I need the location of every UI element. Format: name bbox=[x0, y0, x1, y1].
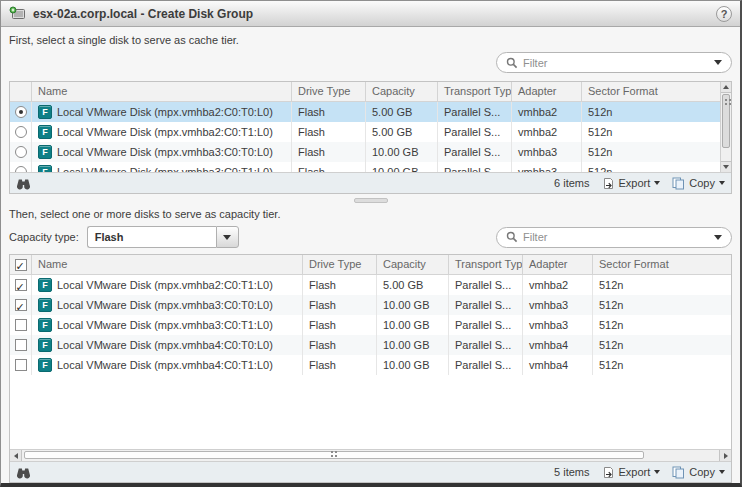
flash-disk-icon: F bbox=[38, 165, 52, 172]
cell-drive-type: Flash bbox=[292, 142, 366, 162]
disk-name: Local VMware Disk (mpx.vmhba4:C0:T1:L0) bbox=[57, 355, 273, 375]
export-button[interactable]: Export bbox=[602, 177, 661, 190]
cell-adapter: vmhba2 bbox=[512, 102, 582, 122]
row-checkbox[interactable] bbox=[15, 339, 27, 351]
table-row[interactable]: FLocal VMware Disk (mpx.vmhba2:C0:T1:L0)… bbox=[10, 275, 731, 295]
scroll-right-button[interactable] bbox=[719, 450, 731, 461]
cell-capacity: 10.00 GB bbox=[377, 355, 449, 375]
export-icon bbox=[602, 466, 615, 479]
scroll-left-button[interactable] bbox=[10, 450, 22, 461]
copy-caret-icon bbox=[719, 181, 725, 185]
table-row[interactable]: FLocal VMware Disk (mpx.vmhba3:C0:T1:L0)… bbox=[10, 162, 720, 172]
cell-drive-type: Flash bbox=[303, 275, 377, 295]
help-button[interactable]: ? bbox=[716, 6, 732, 22]
scroll-down-button[interactable] bbox=[721, 161, 731, 172]
column-header-drive-type[interactable]: Drive Type bbox=[292, 82, 366, 101]
copy-button[interactable]: Copy bbox=[672, 177, 725, 190]
cell-transport-type: Parallel S... bbox=[449, 335, 523, 355]
cell-transport-type: Parallel S... bbox=[449, 315, 523, 335]
column-header-name[interactable]: Name bbox=[32, 82, 292, 101]
flash-disk-icon: F bbox=[38, 298, 52, 312]
radio-button[interactable] bbox=[15, 146, 27, 158]
empty-table-area bbox=[10, 375, 731, 449]
capacity-table-footer: 5 items Export Copy bbox=[10, 461, 731, 482]
table-row[interactable]: FLocal VMware Disk (mpx.vmhba4:C0:T0:L0)… bbox=[10, 335, 731, 355]
row-checkbox[interactable] bbox=[15, 359, 27, 371]
flash-disk-icon: F bbox=[38, 318, 52, 332]
column-header-adapter[interactable]: Adapter bbox=[512, 82, 582, 101]
table-row[interactable]: FLocal VMware Disk (mpx.vmhba3:C0:T0:L0)… bbox=[10, 142, 720, 162]
scroll-up-button[interactable] bbox=[721, 82, 731, 93]
cell-sector-format: 512n bbox=[582, 142, 720, 162]
export-button[interactable]: Export bbox=[602, 466, 661, 479]
cell-capacity: 10.00 GB bbox=[377, 335, 449, 355]
disk-name: Local VMware Disk (mpx.vmhba3:C0:T0:L0) bbox=[57, 295, 273, 315]
select-all-checkbox[interactable] bbox=[15, 259, 27, 271]
column-header-capacity[interactable]: Capacity bbox=[366, 82, 438, 101]
capacity-type-dropdown[interactable]: Flash bbox=[87, 226, 239, 248]
capacity-controls-row: Capacity type: Flash bbox=[9, 226, 732, 248]
cell-adapter: vmhba2 bbox=[512, 122, 582, 142]
disk-name: Local VMware Disk (mpx.vmhba2:C0:T1:L0) bbox=[57, 275, 273, 295]
column-header-sector-format[interactable]: Sector Format bbox=[582, 82, 720, 101]
column-header-name[interactable]: Name bbox=[32, 255, 303, 274]
capacity-type-value: Flash bbox=[87, 226, 216, 248]
column-header-drive-type[interactable]: Drive Type bbox=[303, 255, 377, 274]
capacity-filter-input[interactable] bbox=[523, 231, 709, 243]
flash-disk-icon: F bbox=[38, 145, 52, 159]
find-binoculars-icon[interactable] bbox=[16, 466, 31, 479]
copy-button[interactable]: Copy bbox=[672, 466, 725, 479]
row-checkbox[interactable] bbox=[15, 299, 27, 311]
row-checkbox[interactable] bbox=[15, 279, 27, 291]
dropdown-button[interactable] bbox=[216, 226, 239, 248]
cell-transport-type: Parallel S... bbox=[438, 142, 512, 162]
cell-sector-format: 512n bbox=[593, 275, 731, 295]
flash-disk-icon: F bbox=[38, 338, 52, 352]
filter-dropdown-caret-icon[interactable] bbox=[714, 60, 722, 65]
cell-adapter: vmhba3 bbox=[512, 142, 582, 162]
cell-capacity: 5.00 GB bbox=[366, 122, 438, 142]
cell-transport-type: Parallel S... bbox=[449, 295, 523, 315]
splitter-drag-handle[interactable] bbox=[354, 198, 388, 203]
dialog-titlebar[interactable]: esx-02a.corp.local - Create Disk Group ? bbox=[1, 1, 740, 27]
cell-drive-type: Flash bbox=[303, 355, 377, 375]
cache-filter-input[interactable] bbox=[523, 57, 709, 69]
capacity-filter-box[interactable] bbox=[496, 227, 732, 248]
table-row[interactable]: FLocal VMware Disk (mpx.vmhba3:C0:T1:L0)… bbox=[10, 315, 731, 335]
cell-sector-format: 512n bbox=[582, 102, 720, 122]
host-disk-group-icon bbox=[9, 6, 26, 22]
export-caret-icon bbox=[654, 470, 660, 474]
table-row[interactable]: FLocal VMware Disk (mpx.vmhba3:C0:T0:L0)… bbox=[10, 295, 731, 315]
cell-adapter: vmhba3 bbox=[523, 315, 593, 335]
column-header-capacity[interactable]: Capacity bbox=[377, 255, 449, 274]
column-header-transport-type[interactable]: Transport Type bbox=[438, 82, 512, 101]
disk-name: Local VMware Disk (mpx.vmhba3:C0:T1:L0) bbox=[57, 162, 273, 172]
cell-transport-type: Parallel S... bbox=[438, 162, 512, 172]
vertical-scrollbar[interactable] bbox=[720, 82, 731, 172]
column-header-transport-type[interactable]: Transport Type bbox=[449, 255, 523, 274]
cache-filter-row bbox=[9, 52, 732, 73]
cell-transport-type: Parallel S... bbox=[449, 355, 523, 375]
radio-button[interactable] bbox=[15, 126, 27, 138]
scrollbar-thumb[interactable] bbox=[722, 94, 730, 148]
arrow-left-icon bbox=[14, 453, 18, 459]
cell-sector-format: 512n bbox=[582, 122, 720, 142]
cell-sector-format: 512n bbox=[593, 355, 731, 375]
table-row[interactable]: FLocal VMware Disk (mpx.vmhba4:C0:T1:L0)… bbox=[10, 355, 731, 375]
scrollbar-thumb[interactable] bbox=[24, 451, 644, 459]
table-row[interactable]: FLocal VMware Disk (mpx.vmhba2:C0:T0:L0)… bbox=[10, 102, 720, 122]
table-row[interactable]: FLocal VMware Disk (mpx.vmhba2:C0:T1:L0)… bbox=[10, 122, 720, 142]
radio-button[interactable] bbox=[15, 166, 27, 172]
column-header-adapter[interactable]: Adapter bbox=[523, 255, 593, 274]
row-checkbox[interactable] bbox=[15, 319, 27, 331]
cell-sector-format: 512n bbox=[582, 162, 720, 172]
find-binoculars-icon[interactable] bbox=[16, 177, 31, 190]
horizontal-scrollbar[interactable] bbox=[10, 449, 731, 461]
arrow-right-icon bbox=[724, 453, 728, 459]
radio-button[interactable] bbox=[15, 106, 27, 118]
column-header-sector-format[interactable]: Sector Format bbox=[593, 255, 731, 274]
export-label: Export bbox=[619, 177, 651, 189]
filter-dropdown-caret-icon[interactable] bbox=[714, 235, 722, 240]
cache-filter-box[interactable] bbox=[496, 52, 732, 73]
capacity-table-header: Name Drive Type Capacity Transport Type … bbox=[10, 255, 731, 275]
